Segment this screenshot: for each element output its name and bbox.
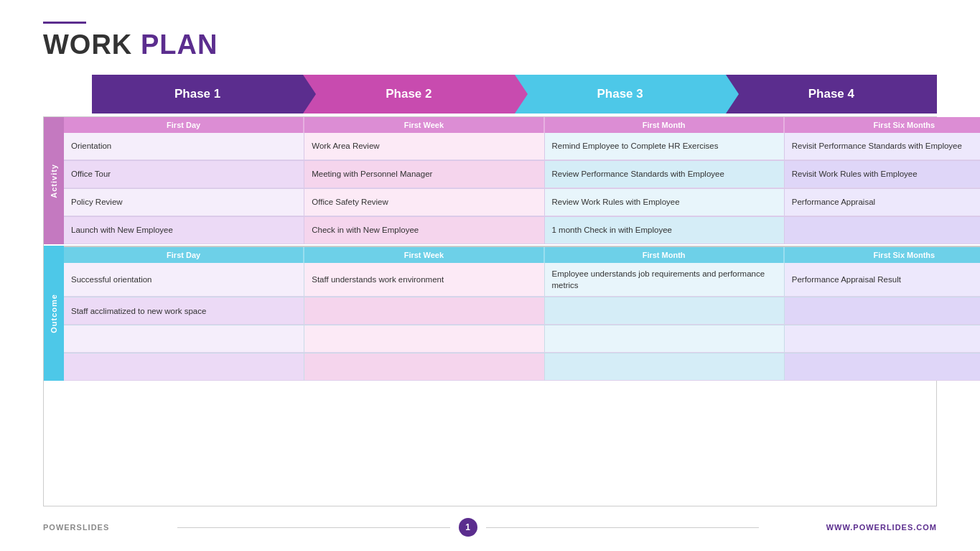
- phase-row: Phase 1 Phase 2 Phase 3 Phase 4: [92, 75, 937, 114]
- activity-header-col1: First Day: [64, 117, 304, 133]
- outcome-header-row: First Day First Week First Month First S…: [64, 247, 980, 263]
- outcome-r4-c4: [784, 353, 980, 381]
- page-container: WORK PLAN Phase 1 Phase 2 Phase 3 Phase …: [0, 0, 980, 551]
- activity-data-row-1: Orientation Work Area Review Remind Empl…: [64, 133, 980, 161]
- outcome-header-col1: First Day: [64, 247, 304, 263]
- outcome-header-col4: First Six Months: [784, 247, 980, 263]
- activity-row: Activity First Day First Week First Mont…: [44, 117, 980, 246]
- outcome-columns: First Day First Week First Month First S…: [64, 246, 980, 381]
- activity-data-row-4: Launch with New Employee Check in with N…: [64, 217, 980, 244]
- activity-r3-c4: Performance Appraisal: [784, 189, 980, 216]
- footer-line-left: [177, 527, 450, 528]
- phase-3-label: Phase 3: [597, 87, 643, 101]
- header-accent-line: [43, 22, 86, 24]
- outcome-r1-c3: Employee understands job requirements an…: [544, 263, 784, 297]
- outcome-data-row-2: Staff acclimatized to new work space: [64, 297, 980, 325]
- outcome-r3-c1: [64, 325, 304, 353]
- outcome-row: Outcome First Day First Week First Month…: [44, 246, 980, 381]
- activity-label: Activity: [50, 164, 58, 198]
- activity-r4-c4: [784, 217, 980, 244]
- activity-r4-c3: 1 month Check in with Employee: [544, 217, 784, 244]
- phase-3-arrow: Phase 3: [515, 75, 726, 114]
- activity-r3-c3: Review Work Rules with Employee: [544, 189, 784, 216]
- outcome-label-cell: Outcome: [44, 246, 64, 381]
- activity-header-col4: First Six Months: [784, 117, 980, 133]
- outcome-data-row-4: [64, 353, 980, 381]
- activity-r3-c2: Office Safety Review: [304, 189, 543, 216]
- outcome-data-row-3: [64, 325, 980, 353]
- footer-right-text: WWW.POWERLIDES.COM: [826, 523, 937, 532]
- outcome-r3-c2: [304, 325, 543, 353]
- activity-r4-c1: Launch with New Employee: [64, 217, 304, 244]
- footer-center: 1: [109, 518, 826, 537]
- activity-r1-c1: Orientation: [64, 133, 304, 160]
- footer-page-badge: 1: [459, 518, 477, 537]
- phase-1-arrow: Phase 1: [92, 75, 303, 114]
- outcome-r2-c1: Staff acclimatized to new work space: [64, 297, 304, 325]
- footer-left-text: POWERSLIDES: [43, 523, 109, 532]
- outcome-r1-c1: Successful orientation: [64, 263, 304, 297]
- activity-r2-c4: Revisit Work Rules with Employee: [784, 161, 980, 188]
- phase-2-arrow: Phase 2: [303, 75, 514, 114]
- outcome-header-col2: First Week: [304, 247, 543, 263]
- title-part2: PLAN: [141, 29, 218, 60]
- activity-r2-c1: Office Tour: [64, 161, 304, 188]
- outcome-label: Outcome: [50, 294, 58, 333]
- page-title: WORK PLAN: [43, 29, 937, 60]
- phase-1-label: Phase 1: [174, 87, 220, 101]
- activity-label-cell: Activity: [44, 117, 64, 244]
- outcome-header-col3: First Month: [544, 247, 784, 263]
- phase-4-arrow: Phase 4: [726, 75, 937, 114]
- activity-data-row-2: Office Tour Meeting with Personnel Manag…: [64, 161, 980, 189]
- activity-header-col2: First Week: [304, 117, 543, 133]
- activity-r1-c4: Revisit Performance Standards with Emplo…: [784, 133, 980, 160]
- outcome-r3-c4: [784, 325, 980, 353]
- outcome-data-row-1: Successful orientation Staff understands…: [64, 263, 980, 297]
- outcome-r4-c2: [304, 353, 543, 381]
- activity-r2-c2: Meeting with Personnel Manager: [304, 161, 543, 188]
- footer-line-right: [486, 527, 759, 528]
- activity-r1-c3: Remind Employee to Complete HR Exercises: [544, 133, 784, 160]
- outcome-r1-c4: Performance Appraisal Result: [784, 263, 980, 297]
- outcome-r4-c3: [544, 353, 784, 381]
- outcome-r3-c3: [544, 325, 784, 353]
- outcome-r2-c2: [304, 297, 543, 325]
- phase-2-label: Phase 2: [386, 87, 431, 101]
- footer: POWERSLIDES 1 WWW.POWERLIDES.COM: [43, 511, 937, 537]
- outcome-r2-c3: [544, 297, 784, 325]
- outcome-r4-c1: [64, 353, 304, 381]
- outcome-r1-c2: Staff understands work environment: [304, 263, 543, 297]
- table-container: Activity First Day First Week First Mont…: [43, 116, 937, 506]
- activity-columns: First Day First Week First Month First S…: [64, 117, 980, 244]
- activity-section: Activity First Day First Week First Mont…: [44, 117, 980, 506]
- activity-data-row-3: Policy Review Office Safety Review Revie…: [64, 189, 980, 217]
- outcome-r2-c4: [784, 297, 980, 325]
- activity-r1-c2: Work Area Review: [304, 133, 543, 160]
- activity-r3-c1: Policy Review: [64, 189, 304, 216]
- title-part1: WORK: [43, 29, 141, 60]
- activity-r2-c3: Review Performance Standards with Employ…: [544, 161, 784, 188]
- activity-header-col3: First Month: [544, 117, 784, 133]
- activity-r4-c2: Check in with New Employee: [304, 217, 543, 244]
- phase-4-label: Phase 4: [808, 87, 854, 101]
- activity-header-row: First Day First Week First Month First S…: [64, 117, 980, 133]
